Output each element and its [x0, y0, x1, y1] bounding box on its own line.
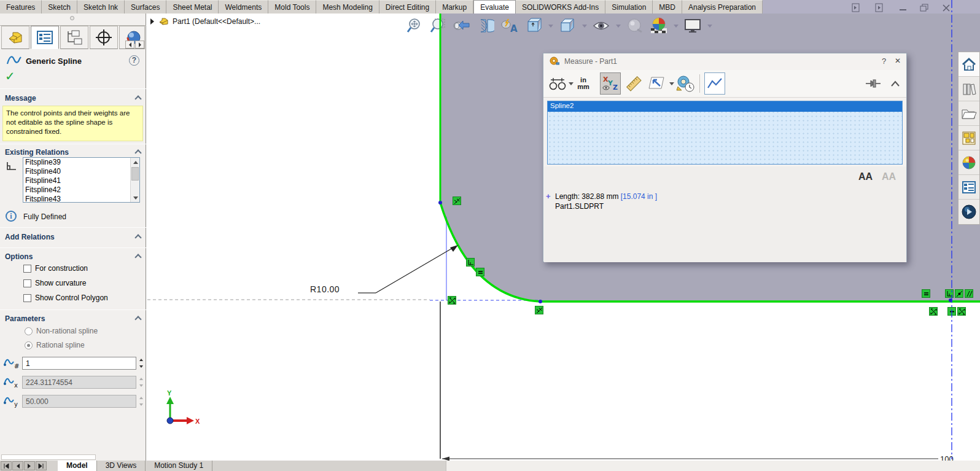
- tab-model[interactable]: Model: [58, 461, 97, 471]
- relations-scrollbar[interactable]: [130, 158, 139, 202]
- tab-surfaces[interactable]: Surfaces: [125, 0, 166, 14]
- measure-help-button[interactable]: ?: [882, 56, 886, 66]
- hide-show-dropdown-icon[interactable]: [616, 25, 621, 28]
- display-style-dropdown-icon[interactable]: [582, 25, 587, 28]
- for-construction-checkbox[interactable]: [23, 265, 31, 273]
- tab-configuration-manager[interactable]: [60, 26, 88, 49]
- perpendicular-relation-badge[interactable]: [466, 258, 475, 267]
- pin-button[interactable]: [863, 72, 884, 95]
- decrease-font-button[interactable]: AA: [882, 171, 896, 182]
- tab-solidworks-forum[interactable]: [959, 200, 979, 224]
- parameters-header[interactable]: Parameters: [5, 314, 45, 323]
- add-relations-header[interactable]: Add Relations: [5, 233, 55, 241]
- minimize-button[interactable]: [896, 3, 910, 12]
- feature-tree-root[interactable]: Part1 (Default<<Default>...: [150, 17, 260, 26]
- rational-spline-option[interactable]: Rational spline: [25, 341, 85, 349]
- tab-motion-study-1[interactable]: Motion Study 1: [146, 461, 212, 471]
- intersection-relation-badge[interactable]: [957, 307, 966, 316]
- collapse-dialog-button[interactable]: [885, 72, 906, 95]
- measure-selection-list[interactable]: Spline2: [547, 101, 903, 165]
- tab-file-explorer[interactable]: [959, 101, 979, 126]
- measure-history-button[interactable]: [675, 72, 696, 95]
- collapse-message-icon[interactable]: [134, 95, 141, 102]
- radius-dimension-label[interactable]: R10.00: [310, 284, 340, 294]
- collapse-options-icon[interactable]: [134, 254, 141, 260]
- first-tab-icon[interactable]: [1, 461, 12, 470]
- tab-sheet-metal[interactable]: Sheet Metal: [166, 0, 219, 14]
- close-button[interactable]: [939, 3, 953, 12]
- tab-simulation[interactable]: Simulation: [605, 0, 653, 14]
- view-orientation-icon[interactable]: [524, 16, 543, 36]
- for-construction-option[interactable]: For construction: [23, 264, 88, 273]
- non-rational-spline-option[interactable]: Non-rational spline: [25, 327, 98, 335]
- show-curvature-option[interactable]: Show curvature: [23, 279, 86, 287]
- show-curvature-checkbox[interactable]: [23, 279, 31, 287]
- tab-mesh-modeling[interactable]: Mesh Modeling: [316, 0, 379, 14]
- options-header[interactable]: Options: [5, 252, 33, 261]
- message-section-header[interactable]: Message: [5, 94, 36, 103]
- tab-analysis-preparation[interactable]: Analysis Preparation: [682, 0, 763, 14]
- tab-sketch[interactable]: Sketch: [42, 0, 77, 14]
- list-item[interactable]: Fitspline41: [23, 176, 139, 185]
- list-item[interactable]: Fitspline39: [23, 158, 139, 167]
- display-style-icon[interactable]: [558, 16, 577, 36]
- perpendicular-relation-badge[interactable]: [945, 289, 954, 298]
- panel-horizontal-scrollbar[interactable]: [1, 454, 96, 460]
- panel-splitter-handle[interactable]: [70, 16, 74, 20]
- collapse-add-relations-icon[interactable]: [134, 234, 141, 241]
- equal-relation-badge[interactable]: [476, 268, 484, 276]
- tab-direct-editing[interactable]: Direct Editing: [379, 0, 436, 14]
- rational-spline-radio[interactable]: [25, 341, 33, 349]
- tab-custom-properties[interactable]: [959, 175, 979, 200]
- tab-feature-manager-tree[interactable]: [1, 26, 29, 49]
- list-item[interactable]: Fitspline40: [23, 167, 139, 176]
- tab-evaluate[interactable]: Evaluate: [473, 0, 516, 14]
- view-settings-dropdown-icon[interactable]: [707, 25, 712, 28]
- hide-show-items-icon[interactable]: [591, 16, 611, 36]
- expand-arrow-icon[interactable]: [150, 18, 155, 25]
- tab-property-manager[interactable]: [31, 26, 59, 49]
- tab-mold-tools[interactable]: Mold Tools: [268, 0, 316, 14]
- non-rational-spline-radio[interactable]: [25, 327, 33, 335]
- units-button[interactable]: in mm: [574, 72, 593, 95]
- tab-view-palette[interactable]: [959, 126, 979, 150]
- tab-markup[interactable]: Markup: [436, 0, 473, 14]
- tab-weldments[interactable]: Weldments: [219, 0, 268, 14]
- projected-measure-dropdown-icon[interactable]: [669, 82, 674, 85]
- view-orientation-dropdown-icon[interactable]: [548, 25, 553, 28]
- zoom-to-area-icon[interactable]: [428, 16, 448, 36]
- next-window-icon[interactable]: [872, 3, 885, 12]
- list-item[interactable]: Fitspline43: [23, 195, 139, 203]
- xyz-measure-button[interactable]: XYZ: [600, 72, 621, 95]
- intersection-relation-badge[interactable]: [448, 296, 456, 305]
- selected-entity-row[interactable]: Spline2: [548, 101, 902, 112]
- collapse-relations-icon[interactable]: [134, 149, 141, 156]
- previous-window-icon[interactable]: [849, 3, 862, 12]
- dynamic-annotation-icon[interactable]: A: [500, 16, 519, 36]
- parallel-relation-badge[interactable]: [965, 289, 973, 298]
- arc-measure-button[interactable]: [547, 72, 568, 95]
- arc-measure-dropdown-icon[interactable]: [569, 82, 574, 85]
- section-view-icon[interactable]: [476, 16, 496, 36]
- zoom-to-fit-icon[interactable]: [404, 16, 424, 36]
- apply-scene-dropdown-icon[interactable]: [674, 25, 679, 28]
- ok-checkmark-button[interactable]: ✓: [5, 69, 15, 84]
- scroll-down-icon[interactable]: [131, 193, 140, 202]
- stepper-up-glyph[interactable]: [139, 359, 143, 361]
- tab-3d-views[interactable]: 3D Views: [97, 461, 146, 471]
- last-tab-icon[interactable]: [36, 461, 47, 470]
- spline-point-number-stepper[interactable]: [138, 357, 145, 370]
- tab-scroll-right-icon[interactable]: [135, 41, 144, 49]
- increase-font-button[interactable]: AA: [858, 171, 873, 182]
- next-tab-icon[interactable]: [24, 461, 35, 470]
- stepper-down-glyph[interactable]: [139, 365, 143, 368]
- tangent-relation-badge[interactable]: [535, 306, 543, 314]
- equal-relation-badge[interactable]: [922, 289, 930, 298]
- minus-relation-badge[interactable]: [947, 307, 956, 316]
- measure-dialog-titlebar[interactable]: Measure - Part1 ? ✕: [543, 53, 906, 69]
- ruler-button[interactable]: [623, 72, 644, 95]
- scrollbar-thumb[interactable]: [131, 167, 139, 181]
- scroll-up-icon[interactable]: [131, 158, 140, 166]
- previous-tab-icon[interactable]: [12, 461, 23, 470]
- tab-scroll-left-icon[interactable]: [125, 41, 134, 49]
